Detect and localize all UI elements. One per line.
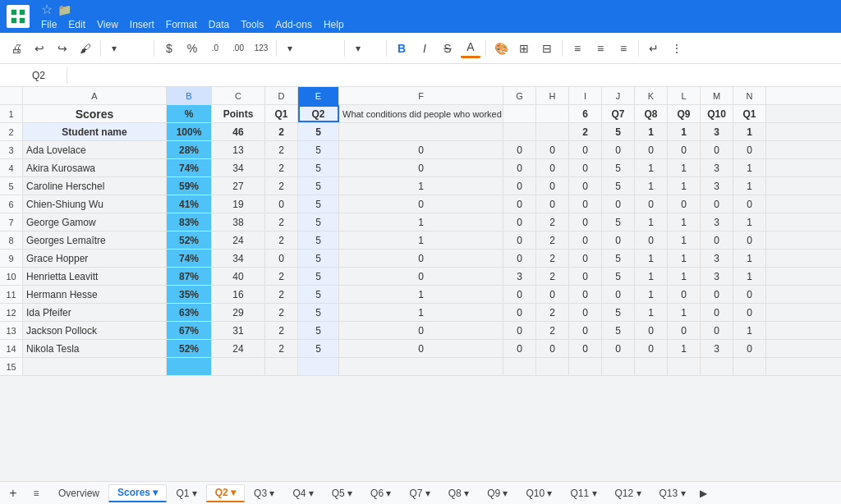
align-right-button[interactable]: ≡: [614, 39, 633, 58]
menu-edit[interactable]: Edit: [63, 18, 90, 31]
cell-2i[interactable]: 2: [569, 123, 602, 140]
formula-input[interactable]: [74, 69, 834, 81]
cell-13b[interactable]: 67%: [167, 322, 212, 339]
cell-3h[interactable]: 0: [536, 141, 569, 158]
row-num-4[interactable]: 4: [0, 159, 23, 176]
cell-13f[interactable]: 0: [339, 322, 503, 339]
tab-q8[interactable]: Q8 ▾: [439, 484, 478, 502]
cell-5d[interactable]: 2: [265, 177, 298, 195]
decimal00-button[interactable]: .00: [228, 39, 248, 58]
cell-3n[interactable]: 0: [733, 141, 766, 158]
cell-8k[interactable]: 0: [635, 231, 668, 249]
cell-8c[interactable]: 24: [212, 231, 265, 249]
row-num-5[interactable]: 5: [0, 177, 23, 195]
cell-14n[interactable]: 0: [733, 340, 766, 357]
cell-13m[interactable]: 0: [701, 322, 733, 339]
cell-8f[interactable]: 1: [339, 231, 503, 249]
cell-6j[interactable]: 0: [602, 195, 635, 213]
cell-6e[interactable]: 5: [298, 195, 339, 213]
col-header-j[interactable]: J: [602, 87, 635, 105]
cell-12c[interactable]: 29: [212, 304, 265, 321]
cell-15k[interactable]: [635, 358, 668, 375]
cell-11l[interactable]: 0: [668, 286, 701, 303]
cell-15b[interactable]: [167, 358, 212, 375]
col-header-l[interactable]: L: [668, 87, 701, 105]
cell-14c[interactable]: 24: [212, 340, 265, 357]
cell-1g[interactable]: [503, 105, 536, 122]
cell-5n[interactable]: 1: [733, 177, 766, 195]
cell-12e[interactable]: 5: [298, 304, 339, 321]
col-header-c[interactable]: C: [212, 87, 265, 105]
cell-1l[interactable]: Q9: [668, 105, 701, 122]
cell-12f[interactable]: 1: [339, 304, 503, 321]
cell-11d[interactable]: 2: [265, 286, 298, 303]
cell-5h[interactable]: 0: [536, 177, 569, 195]
cell-1a[interactable]: Scores: [23, 105, 167, 122]
folder-icon[interactable]: 📁: [57, 3, 71, 16]
cell-9l[interactable]: 1: [668, 250, 701, 267]
cell-6n[interactable]: 0: [733, 195, 766, 213]
cell-15a[interactable]: [23, 358, 167, 375]
menu-help[interactable]: Help: [319, 18, 349, 31]
cell-11i[interactable]: 0: [569, 286, 602, 303]
more-button[interactable]: ⋮: [667, 39, 687, 58]
cell-4g[interactable]: 0: [503, 159, 536, 176]
cell-10b[interactable]: 87%: [167, 268, 212, 285]
cell-11b[interactable]: 35%: [167, 286, 212, 303]
row-num-10[interactable]: 10: [0, 268, 23, 285]
cell-3j[interactable]: 0: [602, 141, 635, 158]
paint-format-button[interactable]: 🖌: [76, 39, 95, 58]
cell-7c[interactable]: 38: [212, 213, 265, 231]
cell-12g[interactable]: 0: [503, 304, 536, 321]
cell-6g[interactable]: 0: [503, 195, 536, 213]
cell-8i[interactable]: 0: [569, 231, 602, 249]
cell-1n[interactable]: Q1: [733, 105, 766, 122]
cell-10n[interactable]: 1: [733, 268, 766, 285]
cell-9i[interactable]: 0: [569, 250, 602, 267]
strikethrough-button[interactable]: S: [438, 39, 457, 58]
cell-12k[interactable]: 1: [635, 304, 668, 321]
cell-3c[interactable]: 13: [212, 141, 265, 158]
tab-q10[interactable]: Q10 ▾: [517, 484, 561, 502]
tab-q7[interactable]: Q7 ▾: [400, 484, 439, 502]
cell-6a[interactable]: Chien-Shiung Wu: [23, 195, 167, 213]
cell-12i[interactable]: 0: [569, 304, 602, 321]
col-header-a[interactable]: A: [23, 87, 167, 105]
cell-2n[interactable]: 1: [733, 123, 766, 140]
cell-4a[interactable]: Akira Kurosawa: [23, 159, 167, 176]
cell-7f[interactable]: 1: [339, 213, 503, 231]
row-num-13[interactable]: 13: [0, 322, 23, 339]
cell-2e[interactable]: 5: [298, 123, 339, 140]
cell-12l[interactable]: 1: [668, 304, 701, 321]
row-num-12[interactable]: 12: [0, 304, 23, 321]
cell-10j[interactable]: 5: [602, 268, 635, 285]
add-sheet-button[interactable]: +: [3, 483, 23, 503]
cell-10c[interactable]: 40: [212, 268, 265, 285]
cell-7j[interactable]: 5: [602, 213, 635, 231]
col-header-d[interactable]: D: [265, 87, 298, 105]
cell-3k[interactable]: 0: [635, 141, 668, 158]
cell-2d[interactable]: 2: [265, 123, 298, 140]
cell-12j[interactable]: 5: [602, 304, 635, 321]
row-num-7[interactable]: 7: [0, 213, 23, 231]
cell-5i[interactable]: 0: [569, 177, 602, 195]
cell-3g[interactable]: 0: [503, 141, 536, 158]
row-num-9[interactable]: 9: [0, 250, 23, 267]
cell-14d[interactable]: 2: [265, 340, 298, 357]
cell-5g[interactable]: 0: [503, 177, 536, 195]
cell-2c[interactable]: 46: [212, 123, 265, 140]
text-color-button[interactable]: A: [461, 39, 480, 58]
cell-9e[interactable]: 5: [298, 250, 339, 267]
cell-7e[interactable]: 5: [298, 213, 339, 231]
decimal0-button[interactable]: .0: [205, 39, 225, 58]
cell-14b[interactable]: 52%: [167, 340, 212, 357]
col-header-m[interactable]: M: [701, 87, 733, 105]
cell-9f[interactable]: 0: [339, 250, 503, 267]
cell-6f[interactable]: 0: [339, 195, 503, 213]
cell-1d[interactable]: Q1: [265, 105, 298, 122]
cell-13d[interactable]: 2: [265, 322, 298, 339]
cell-13g[interactable]: 0: [503, 322, 536, 339]
cell-4k[interactable]: 1: [635, 159, 668, 176]
cell-6c[interactable]: 19: [212, 195, 265, 213]
cell-1i[interactable]: 6: [569, 105, 602, 122]
